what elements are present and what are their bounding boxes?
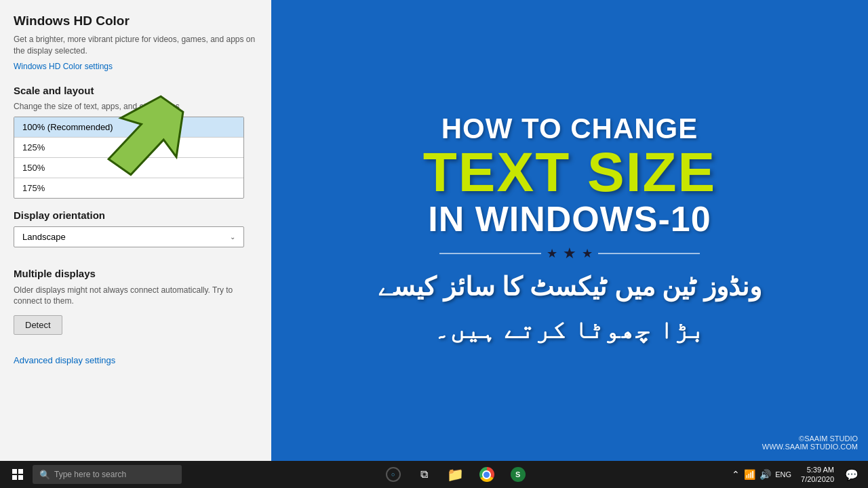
chrome-button[interactable] xyxy=(473,461,500,488)
divider-left xyxy=(439,253,541,254)
chrome-icon xyxy=(479,467,494,482)
notification-icon: 💬 xyxy=(845,468,859,481)
clock-time: 5:39 AM xyxy=(801,465,834,474)
youtube-panel: HOW TO CHANGE TEXT SIZE IN WINDOWS-10 ★ … xyxy=(271,0,868,461)
svg-rect-2 xyxy=(12,469,17,474)
hd-color-desc: Get a brighter, more vibrant picture for… xyxy=(14,34,258,57)
network-icon: 📶 xyxy=(744,469,755,480)
multiple-displays-title: Multiple displays xyxy=(14,268,258,279)
divider-stars: ★ ★ ★ xyxy=(285,245,854,262)
star-left-icon: ★ xyxy=(547,246,557,261)
star-center-icon: ★ xyxy=(563,245,576,262)
saaim-icon: S xyxy=(511,467,526,482)
settings-panel: Windows HD Color Get a brighter, more vi… xyxy=(0,0,271,461)
in-windows-text: IN WINDOWS-10 xyxy=(285,200,854,239)
task-view-button[interactable]: ⧉ xyxy=(411,461,438,488)
youtube-content: HOW TO CHANGE TEXT SIZE IN WINDOWS-10 ★ … xyxy=(271,100,868,361)
copyright-line1: ©SAAIM STUDIO xyxy=(762,434,858,443)
system-icons[interactable]: ⌃ 📶 🔊 ENG xyxy=(729,469,794,480)
taskbar-system-tray: ⌃ 📶 🔊 ENG 5:39 AM 7/20/2020 💬 xyxy=(729,461,863,488)
search-icon: 🔍 xyxy=(39,470,50,480)
star-right-icon: ★ xyxy=(582,246,593,261)
folder-icon: 📁 xyxy=(447,466,464,483)
taskbar: 🔍 Type here to search ○ ⧉ 📁 S ⌃ 📶 xyxy=(0,461,868,488)
svg-rect-5 xyxy=(18,475,23,480)
start-button[interactable] xyxy=(5,462,30,487)
orientation-value: Landscape xyxy=(22,232,66,242)
multiple-displays-desc: Older displays might not always connect … xyxy=(14,285,258,308)
text-size-text: TEXT SIZE xyxy=(285,144,854,200)
detect-button[interactable]: Detect xyxy=(14,315,62,335)
taskbar-clock[interactable]: 5:39 AM 7/20/2020 xyxy=(797,465,838,485)
scale-desc: Change the size of text, apps, and other… xyxy=(14,102,258,111)
orientation-dropdown[interactable]: Landscape ⌄ xyxy=(14,226,244,247)
scale-layout-title: Scale and layout xyxy=(14,85,258,96)
taskbar-middle-icons: ○ ⧉ 📁 S xyxy=(182,461,729,488)
chevron-down-icon: ⌄ xyxy=(230,233,235,241)
copyright-line2: WWW.SAAIM STUDIO.COM xyxy=(762,443,858,451)
hd-color-title: Windows HD Color xyxy=(14,14,258,28)
up-arrow-icon: ⌃ xyxy=(732,469,740,480)
taskbar-search-box[interactable]: 🔍 Type here to search xyxy=(33,465,182,484)
windows-logo-icon xyxy=(12,469,23,480)
file-explorer-button[interactable]: 📁 xyxy=(442,461,469,488)
multiple-displays-section: Multiple displays Older displays might n… xyxy=(14,268,258,349)
saaim-app-button[interactable]: S xyxy=(505,461,532,488)
svg-rect-3 xyxy=(18,469,23,474)
language-icon: ENG xyxy=(775,470,791,479)
copyright-text: ©SAAIM STUDIO WWW.SAAIM STUDIO.COM xyxy=(762,434,858,451)
divider-right xyxy=(598,253,700,254)
orientation-section: Display orientation Landscape ⌄ xyxy=(14,209,258,247)
search-placeholder: Type here to search xyxy=(54,470,126,479)
cortana-icon: ○ xyxy=(386,467,401,482)
scale-option-125[interactable]: 125% xyxy=(14,138,243,157)
notification-button[interactable]: 💬 xyxy=(841,461,863,488)
how-to-change-text: HOW TO CHANGE xyxy=(285,113,854,144)
volume-icon: 🔊 xyxy=(760,469,771,480)
advanced-display-settings-link[interactable]: Advanced display settings xyxy=(14,355,115,365)
scale-option-100[interactable]: 100% (Recommended) xyxy=(14,117,243,137)
hd-color-link[interactable]: Windows HD Color settings xyxy=(14,62,113,71)
scale-option-150[interactable]: 150% xyxy=(14,158,243,178)
scale-dropdown-open[interactable]: 100% (Recommended) 125% 150% 175% xyxy=(14,117,244,199)
clock-date: 7/20/2020 xyxy=(801,474,834,484)
urdu-text-line2: بڑا چھوٹا کرتے ہیں۔ xyxy=(285,312,854,348)
scale-option-175[interactable]: 175% xyxy=(14,178,243,198)
svg-rect-4 xyxy=(12,475,17,480)
orientation-title: Display orientation xyxy=(14,209,258,221)
urdu-text-line1: ونڈوز ٹین میں ٹیکسٹ کا سائز کیسے xyxy=(285,269,854,305)
task-view-icon: ⧉ xyxy=(420,468,428,481)
cortana-button[interactable]: ○ xyxy=(380,461,407,488)
